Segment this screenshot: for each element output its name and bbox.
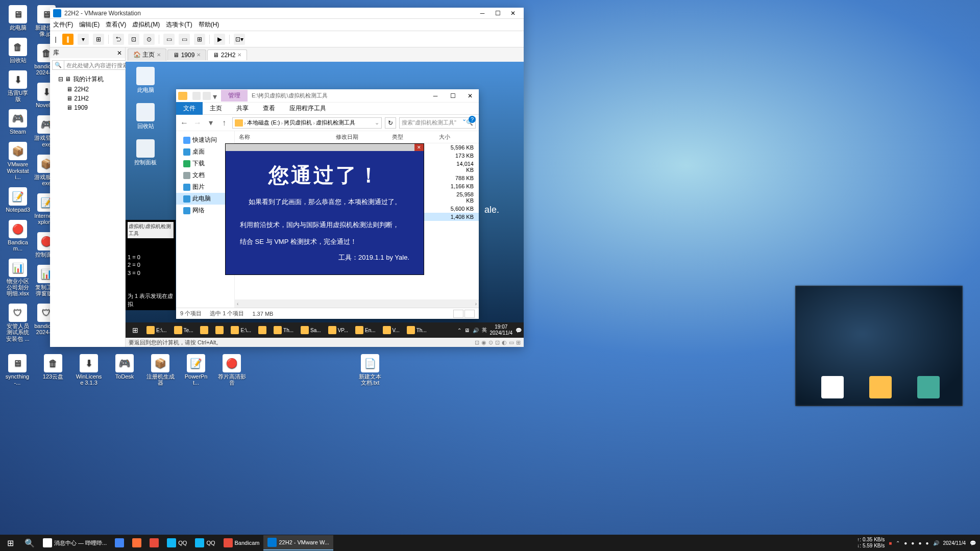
desktop-icon[interactable]: 📄 新建文本文档.txt xyxy=(357,354,383,386)
details-view-button[interactable] xyxy=(453,310,463,318)
host-start-button[interactable]: ⊞ xyxy=(0,535,20,551)
tray-icon[interactable]: ■ xyxy=(889,540,892,546)
vm-tab[interactable]: 🖥 1909 ✕ xyxy=(167,49,206,60)
guest-clock[interactable]: 19:07 2024/11/4 xyxy=(490,324,513,336)
minimize-button[interactable]: ─ xyxy=(475,8,490,18)
host-taskbar-item[interactable]: 22H2 - VMware W... xyxy=(263,535,333,550)
tab-close-icon[interactable]: ✕ xyxy=(197,52,201,58)
tray-icon[interactable]: ● xyxy=(911,540,914,546)
popup-close-button[interactable]: ✕ xyxy=(414,144,424,151)
vm-tab[interactable]: 🏠 主页 ✕ xyxy=(128,48,166,61)
toolbar-btn[interactable]: ▭ xyxy=(179,34,190,45)
ribbon-tab[interactable]: 查看 xyxy=(256,102,282,115)
ime-indicator[interactable]: 英 xyxy=(482,327,487,334)
col-date[interactable]: 修改日期 xyxy=(332,133,388,141)
guest-taskbar-item[interactable] xyxy=(212,323,227,337)
vmware-title-bar[interactable]: 22H2 - VMware Workstation ─ ☐ ✕ xyxy=(50,8,524,19)
desktop-icon[interactable]: 🛡安管人员测试系统安装包 ... xyxy=(5,304,31,341)
maximize-button[interactable]: ☐ xyxy=(490,8,505,18)
tray-icon[interactable]: ⌃ xyxy=(457,328,461,333)
tray-icon[interactable]: ● xyxy=(918,540,921,546)
desktop-icon[interactable]: 🎮ToDesk xyxy=(110,354,139,386)
host-taskbar-item[interactable] xyxy=(145,535,163,550)
toolbar-dropdown[interactable]: ▾ xyxy=(78,34,89,45)
tab-close-icon[interactable]: ✕ xyxy=(237,52,241,58)
host-taskbar-item[interactable]: QQ xyxy=(191,535,219,550)
breadcrumb-segment[interactable]: 拷贝虚拟机 xyxy=(284,119,312,127)
desktop-icon[interactable]: 🗑回收站 xyxy=(5,38,31,63)
menu-item[interactable]: 虚拟机(M) xyxy=(132,20,160,29)
context-tab-manage[interactable]: 管理 xyxy=(221,90,248,102)
explorer-maximize-button[interactable]: ☐ xyxy=(444,90,461,102)
toolbar-btn[interactable]: ⊡ xyxy=(128,34,139,45)
host-taskbar-item[interactable]: Bandicam xyxy=(219,535,264,550)
tree-vm-item[interactable]: 🖥 1909 xyxy=(52,103,123,112)
guest-screen[interactable]: 此电脑回收站控制面板 虚拟机\虚拟机检测工具 1 = 0 2 = 0 3 = 0… xyxy=(126,62,524,338)
forward-button[interactable]: → xyxy=(192,118,203,128)
qat-dropdown[interactable]: ▾ xyxy=(213,92,218,100)
desktop-icon[interactable]: 🔴Bandicam... xyxy=(5,220,31,252)
guest-desktop-icon[interactable]: 控制面板 xyxy=(131,139,160,166)
tray-icon[interactable]: ● xyxy=(904,540,907,546)
host-taskbar-item[interactable] xyxy=(128,535,145,550)
volume-icon[interactable]: 🔊 xyxy=(473,328,479,333)
volume-icon[interactable]: 🔊 xyxy=(933,540,939,546)
status-icon[interactable]: ▭ xyxy=(509,339,514,346)
close-button[interactable]: ✕ xyxy=(505,8,521,18)
desktop-icon[interactable]: 🗑123云盘 xyxy=(39,354,67,386)
status-icon[interactable]: ⊙ xyxy=(488,339,493,346)
history-dropdown[interactable]: ▾ xyxy=(206,118,216,128)
desktop-icon[interactable]: 📦注册机生成器 xyxy=(146,354,175,386)
status-icon[interactable]: ⊡ xyxy=(495,339,500,346)
menu-item[interactable]: 选项卡(T) xyxy=(166,20,192,29)
host-system-tray[interactable]: ↑: 0.35 KB/s ↓: 5.59 KB/s ■ ⌃ ● ● ● ● 🔊 … xyxy=(857,537,980,549)
desktop-icon[interactable]: 📝Notepad3 xyxy=(5,187,31,213)
col-name[interactable]: 名称 xyxy=(235,133,332,141)
icons-view-button[interactable] xyxy=(464,310,475,318)
desktop-icon[interactable]: 📝PowerPnt... xyxy=(182,354,210,386)
desktop-icon[interactable]: 🖥syncthing-... xyxy=(3,354,32,386)
tray-icon[interactable]: ● xyxy=(925,540,928,546)
ribbon-tab[interactable]: 应用程序工具 xyxy=(282,102,333,115)
tray-chevron-icon[interactable]: ⌃ xyxy=(896,540,900,546)
qat-btn[interactable] xyxy=(203,92,211,100)
menu-item[interactable]: 编辑(E) xyxy=(79,20,100,29)
host-taskbar-item[interactable] xyxy=(111,535,128,550)
ribbon-expand-icon[interactable]: ⌄ xyxy=(462,116,467,123)
col-size[interactable]: 大小 xyxy=(424,133,454,141)
tree-vm-item[interactable]: 🖥 22H2 xyxy=(52,85,123,94)
breadcrumb-segment[interactable]: 虚拟机检测工具 xyxy=(316,119,355,127)
breadcrumb-segment[interactable]: 本地磁盘 (E:) xyxy=(247,119,280,127)
menu-item[interactable]: 文件(F) xyxy=(53,20,73,29)
notifications-icon[interactable]: 💬 xyxy=(970,540,976,546)
desktop-icon[interactable]: 📦VMware Workstati... xyxy=(5,142,31,180)
guest-taskbar-item[interactable]: E:\... xyxy=(143,323,170,337)
qat-btn[interactable] xyxy=(192,92,201,100)
back-button[interactable]: ← xyxy=(179,118,189,128)
guest-taskbar-item[interactable]: En... xyxy=(352,323,379,337)
guest-taskbar-item[interactable] xyxy=(255,323,270,337)
col-type[interactable]: 类型 xyxy=(388,133,424,141)
guest-desktop-icon[interactable]: 此电脑 xyxy=(131,67,160,94)
desktop-icon[interactable]: 🎮Steam xyxy=(5,109,31,135)
vm-tab[interactable]: 🖥 22H2 ✕ xyxy=(207,49,247,60)
fullscreen-button[interactable]: ▶ xyxy=(214,34,225,45)
toolbar-btn[interactable]: ⊡▾ xyxy=(234,34,245,45)
guest-taskbar-item[interactable]: V... xyxy=(380,323,403,337)
explorer-close-button[interactable]: ✕ xyxy=(461,90,479,102)
guest-taskbar-item[interactable] xyxy=(197,323,211,337)
desktop-icon[interactable]: ⬇WinLicense 3.1.3 xyxy=(75,354,103,386)
status-icon[interactable]: ⊡ xyxy=(475,339,479,346)
status-icon[interactable]: ◐ xyxy=(502,339,507,346)
status-icon[interactable]: ◉ xyxy=(481,339,486,346)
ribbon-tab[interactable]: 共享 xyxy=(229,102,256,115)
guest-taskbar-item[interactable]: Th... xyxy=(271,323,297,337)
guest-taskbar-item[interactable]: VP... xyxy=(325,323,351,337)
tab-close-icon[interactable]: ✕ xyxy=(157,52,161,58)
guest-taskbar-item[interactable]: Sa... xyxy=(298,323,324,337)
desktop-icon[interactable]: 📊物业小区公司划分明细.xlsx xyxy=(5,259,31,296)
horizontal-scrollbar[interactable]: ‹› xyxy=(235,299,479,308)
ribbon-tab[interactable]: 主页 xyxy=(203,102,229,115)
tree-vm-item[interactable]: 🖥 21H2 xyxy=(52,94,123,103)
ribbon-tab[interactable]: 文件 xyxy=(176,102,203,115)
